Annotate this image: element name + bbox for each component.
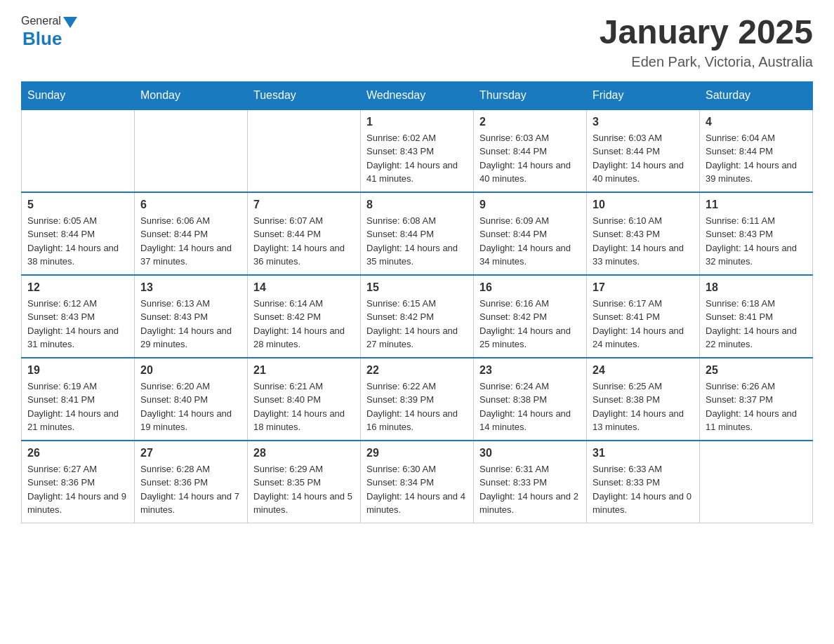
day-number: 28 bbox=[253, 447, 355, 459]
calendar-cell: 8Sunrise: 6:08 AM Sunset: 8:44 PM Daylig… bbox=[361, 192, 474, 275]
day-info: Sunrise: 6:26 AM Sunset: 8:37 PM Dayligh… bbox=[706, 380, 807, 434]
calendar-cell: 18Sunrise: 6:18 AM Sunset: 8:41 PM Dayli… bbox=[700, 275, 813, 358]
calendar-cell: 1Sunrise: 6:02 AM Sunset: 8:43 PM Daylig… bbox=[361, 109, 474, 192]
day-number: 8 bbox=[366, 199, 468, 211]
day-info: Sunrise: 6:10 AM Sunset: 8:43 PM Dayligh… bbox=[593, 214, 694, 269]
calendar-cell: 23Sunrise: 6:24 AM Sunset: 8:38 PM Dayli… bbox=[474, 358, 587, 441]
calendar-header-row: SundayMondayTuesdayWednesdayThursdayFrid… bbox=[22, 81, 813, 109]
day-number: 27 bbox=[140, 447, 241, 459]
calendar-table: SundayMondayTuesdayWednesdayThursdayFrid… bbox=[21, 81, 813, 523]
col-header-monday: Monday bbox=[135, 81, 248, 109]
day-info: Sunrise: 6:21 AM Sunset: 8:40 PM Dayligh… bbox=[253, 380, 355, 434]
day-info: Sunrise: 6:08 AM Sunset: 8:44 PM Dayligh… bbox=[366, 214, 468, 269]
day-info: Sunrise: 6:09 AM Sunset: 8:44 PM Dayligh… bbox=[479, 214, 581, 269]
day-info: Sunrise: 6:16 AM Sunset: 8:42 PM Dayligh… bbox=[479, 297, 581, 351]
day-number: 25 bbox=[706, 364, 807, 377]
day-number: 23 bbox=[479, 364, 581, 377]
calendar-cell bbox=[248, 109, 361, 192]
calendar-cell: 21Sunrise: 6:21 AM Sunset: 8:40 PM Dayli… bbox=[248, 358, 361, 441]
calendar-cell: 7Sunrise: 6:07 AM Sunset: 8:44 PM Daylig… bbox=[248, 192, 361, 275]
day-info: Sunrise: 6:24 AM Sunset: 8:38 PM Dayligh… bbox=[479, 380, 581, 434]
calendar-cell: 5Sunrise: 6:05 AM Sunset: 8:44 PM Daylig… bbox=[22, 192, 135, 275]
day-number: 24 bbox=[593, 364, 694, 377]
day-info: Sunrise: 6:28 AM Sunset: 8:36 PM Dayligh… bbox=[140, 462, 241, 517]
day-number: 19 bbox=[27, 364, 128, 377]
day-info: Sunrise: 6:14 AM Sunset: 8:42 PM Dayligh… bbox=[253, 297, 355, 351]
day-number: 11 bbox=[706, 199, 807, 211]
day-number: 5 bbox=[27, 199, 128, 211]
calendar-week-row: 1Sunrise: 6:02 AM Sunset: 8:43 PM Daylig… bbox=[22, 109, 813, 192]
calendar-cell bbox=[22, 109, 135, 192]
month-title: January 2025 bbox=[600, 14, 813, 51]
calendar-cell: 30Sunrise: 6:31 AM Sunset: 8:33 PM Dayli… bbox=[474, 441, 587, 523]
calendar-cell bbox=[135, 109, 248, 192]
day-number: 4 bbox=[706, 116, 807, 128]
day-number: 16 bbox=[479, 281, 581, 294]
calendar-cell: 10Sunrise: 6:10 AM Sunset: 8:43 PM Dayli… bbox=[587, 192, 700, 275]
day-info: Sunrise: 6:15 AM Sunset: 8:42 PM Dayligh… bbox=[366, 297, 468, 351]
calendar-cell: 19Sunrise: 6:19 AM Sunset: 8:41 PM Dayli… bbox=[22, 358, 135, 441]
day-info: Sunrise: 6:31 AM Sunset: 8:33 PM Dayligh… bbox=[479, 462, 581, 517]
calendar-cell: 17Sunrise: 6:17 AM Sunset: 8:41 PM Dayli… bbox=[587, 275, 700, 358]
calendar-week-row: 19Sunrise: 6:19 AM Sunset: 8:41 PM Dayli… bbox=[22, 358, 813, 441]
calendar-week-row: 5Sunrise: 6:05 AM Sunset: 8:44 PM Daylig… bbox=[22, 192, 813, 275]
calendar-cell: 2Sunrise: 6:03 AM Sunset: 8:44 PM Daylig… bbox=[474, 109, 587, 192]
day-info: Sunrise: 6:17 AM Sunset: 8:41 PM Dayligh… bbox=[593, 297, 694, 351]
day-info: Sunrise: 6:13 AM Sunset: 8:43 PM Dayligh… bbox=[140, 297, 241, 351]
day-number: 30 bbox=[479, 447, 581, 459]
day-number: 20 bbox=[140, 364, 241, 377]
day-number: 2 bbox=[479, 116, 581, 128]
col-header-thursday: Thursday bbox=[474, 81, 587, 109]
day-info: Sunrise: 6:20 AM Sunset: 8:40 PM Dayligh… bbox=[140, 380, 241, 434]
day-info: Sunrise: 6:06 AM Sunset: 8:44 PM Dayligh… bbox=[140, 214, 241, 269]
day-number: 22 bbox=[366, 364, 468, 377]
day-number: 6 bbox=[140, 199, 241, 211]
day-number: 18 bbox=[706, 281, 807, 294]
calendar-cell: 25Sunrise: 6:26 AM Sunset: 8:37 PM Dayli… bbox=[700, 358, 813, 441]
calendar-cell: 22Sunrise: 6:22 AM Sunset: 8:39 PM Dayli… bbox=[361, 358, 474, 441]
day-info: Sunrise: 6:03 AM Sunset: 8:44 PM Dayligh… bbox=[479, 131, 581, 186]
day-info: Sunrise: 6:27 AM Sunset: 8:36 PM Dayligh… bbox=[27, 462, 128, 517]
calendar-cell: 16Sunrise: 6:16 AM Sunset: 8:42 PM Dayli… bbox=[474, 275, 587, 358]
title-section: January 2025 Eden Park, Victoria, Austra… bbox=[600, 14, 813, 70]
day-info: Sunrise: 6:22 AM Sunset: 8:39 PM Dayligh… bbox=[366, 380, 468, 434]
logo-arrow-icon bbox=[63, 17, 77, 28]
calendar-cell: 31Sunrise: 6:33 AM Sunset: 8:33 PM Dayli… bbox=[587, 441, 700, 523]
calendar-cell: 4Sunrise: 6:04 AM Sunset: 8:44 PM Daylig… bbox=[700, 109, 813, 192]
day-number: 15 bbox=[366, 281, 468, 294]
col-header-sunday: Sunday bbox=[22, 81, 135, 109]
day-info: Sunrise: 6:30 AM Sunset: 8:34 PM Dayligh… bbox=[366, 462, 468, 517]
day-info: Sunrise: 6:25 AM Sunset: 8:38 PM Dayligh… bbox=[593, 380, 694, 434]
calendar-cell bbox=[700, 441, 813, 523]
day-info: Sunrise: 6:12 AM Sunset: 8:43 PM Dayligh… bbox=[27, 297, 128, 351]
day-number: 29 bbox=[366, 447, 468, 459]
location-text: Eden Park, Victoria, Australia bbox=[600, 54, 813, 70]
logo: General Blue bbox=[21, 14, 79, 50]
day-number: 9 bbox=[479, 199, 581, 211]
day-number: 7 bbox=[253, 199, 355, 211]
day-number: 21 bbox=[253, 364, 355, 377]
day-number: 3 bbox=[593, 116, 694, 128]
day-info: Sunrise: 6:29 AM Sunset: 8:35 PM Dayligh… bbox=[253, 462, 355, 517]
day-info: Sunrise: 6:11 AM Sunset: 8:43 PM Dayligh… bbox=[706, 214, 807, 269]
page-header: General Blue January 2025 Eden Park, Vic… bbox=[21, 14, 813, 70]
day-info: Sunrise: 6:19 AM Sunset: 8:41 PM Dayligh… bbox=[27, 380, 128, 434]
calendar-cell: 27Sunrise: 6:28 AM Sunset: 8:36 PM Dayli… bbox=[135, 441, 248, 523]
calendar-week-row: 26Sunrise: 6:27 AM Sunset: 8:36 PM Dayli… bbox=[22, 441, 813, 523]
calendar-cell: 3Sunrise: 6:03 AM Sunset: 8:44 PM Daylig… bbox=[587, 109, 700, 192]
logo-blue-text: Blue bbox=[22, 28, 62, 50]
calendar-cell: 20Sunrise: 6:20 AM Sunset: 8:40 PM Dayli… bbox=[135, 358, 248, 441]
calendar-cell: 28Sunrise: 6:29 AM Sunset: 8:35 PM Dayli… bbox=[248, 441, 361, 523]
day-info: Sunrise: 6:18 AM Sunset: 8:41 PM Dayligh… bbox=[706, 297, 807, 351]
calendar-cell: 13Sunrise: 6:13 AM Sunset: 8:43 PM Dayli… bbox=[135, 275, 248, 358]
logo-general-text: General bbox=[21, 15, 61, 27]
day-number: 12 bbox=[27, 281, 128, 294]
day-info: Sunrise: 6:02 AM Sunset: 8:43 PM Dayligh… bbox=[366, 131, 468, 186]
calendar-cell: 29Sunrise: 6:30 AM Sunset: 8:34 PM Dayli… bbox=[361, 441, 474, 523]
day-number: 26 bbox=[27, 447, 128, 459]
col-header-friday: Friday bbox=[587, 81, 700, 109]
calendar-cell: 26Sunrise: 6:27 AM Sunset: 8:36 PM Dayli… bbox=[22, 441, 135, 523]
col-header-wednesday: Wednesday bbox=[361, 81, 474, 109]
day-info: Sunrise: 6:03 AM Sunset: 8:44 PM Dayligh… bbox=[593, 131, 694, 186]
day-info: Sunrise: 6:33 AM Sunset: 8:33 PM Dayligh… bbox=[593, 462, 694, 517]
